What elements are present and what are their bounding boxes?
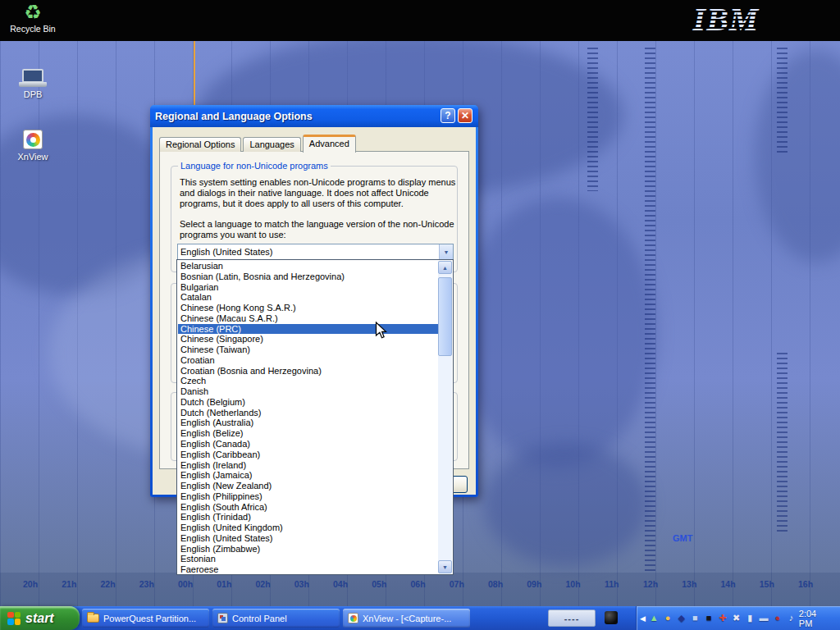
tray-icon-7[interactable]: ✖ [730, 612, 742, 624]
language-option[interactable]: Belarusian [178, 261, 438, 272]
start-label: start [25, 611, 54, 626]
language-option[interactable]: Chinese (Taiwan) [178, 345, 438, 355]
language-option[interactable]: English (Belize) [178, 428, 438, 439]
tray-icon-8[interactable]: ▮ [744, 612, 756, 624]
hour-label: 03h [288, 579, 316, 589]
taskbar-button-label: Control Panel [232, 614, 287, 623]
combobox-dropdown-button[interactable]: ▼ [439, 244, 453, 259]
gmt-label: GMT [673, 533, 692, 543]
tray-icon-3[interactable]: ◆ [675, 612, 687, 624]
map-hatch-band [777, 353, 788, 533]
language-option[interactable]: Croatian (Bosnia and Herzegovina) [178, 366, 438, 377]
language-option[interactable]: English (Ireland) [178, 460, 438, 471]
language-option[interactable]: English (Australia) [178, 418, 438, 428]
arrow-up-icon: ▲ [442, 265, 448, 271]
hour-label: 12h [637, 579, 664, 589]
chevron-down-icon: ▼ [444, 249, 450, 255]
scroll-down-button[interactable]: ▼ [438, 560, 452, 573]
hour-label: 08h [482, 579, 509, 589]
xnview-icon [348, 613, 358, 623]
xnview-icon [23, 130, 43, 149]
language-option[interactable]: Danish [178, 386, 438, 397]
map-landmass [484, 443, 648, 566]
language-option[interactable]: Estonian [178, 554, 438, 564]
close-button[interactable]: ✕ [458, 108, 472, 123]
tray-icon-9[interactable]: ▬ [758, 612, 770, 624]
hour-label: 21h [55, 579, 83, 589]
language-option[interactable]: English (United Kingdom) [178, 523, 438, 533]
tray-collapse-chevron-icon[interactable]: ◀ [640, 614, 646, 623]
mouse-cursor [375, 322, 387, 340]
language-option[interactable]: English (Canada) [178, 439, 438, 450]
tab-languages[interactable]: Languages [243, 137, 300, 152]
tab-advanced[interactable]: Advanced [303, 135, 356, 153]
non-unicode-instruction: Select a language to match the language … [180, 219, 457, 240]
tray-icon-4[interactable]: ■ [689, 612, 701, 624]
system-tray: ◀ ▲●◆■■✚✖▮▬●♪ 2:04 PM [636, 606, 840, 630]
tab-regional-options[interactable]: Regional Options [159, 137, 241, 152]
language-option[interactable]: Chinese (Macau S.A.R.) [178, 313, 438, 324]
hour-label: 05h [365, 579, 393, 589]
windows-flag-icon [7, 612, 21, 625]
hour-label: 22h [94, 579, 122, 589]
hour-label: 16h [792, 579, 819, 589]
tray-icon-1[interactable]: ▲ [648, 612, 660, 624]
dialog-titlebar[interactable]: Regional and Language Options ? ✕ [150, 105, 478, 127]
language-option[interactable]: English (Caribbean) [178, 450, 438, 460]
tray-icon-5[interactable]: ■ [703, 612, 715, 624]
recycle-bin-icon: ♻ [8, 2, 57, 23]
language-option[interactable]: English (New Zealand) [178, 481, 438, 491]
desktop-icon-xnview[interactable]: XnView [7, 130, 59, 162]
start-button[interactable]: start [0, 606, 80, 630]
tray-icon-2[interactable]: ● [662, 612, 674, 624]
taskbar-button-control-panel[interactable]: Control Panel [212, 609, 340, 628]
language-option[interactable]: Chinese (PRC) [178, 324, 438, 335]
language-option[interactable]: English (Zimbabwe) [178, 544, 438, 555]
language-option[interactable]: Czech [178, 376, 438, 386]
language-option[interactable]: Bosnian (Latin, Bosnia and Herzegovina) [178, 272, 438, 282]
language-option[interactable]: English (Jamaica) [178, 470, 438, 481]
hour-label: 04h [326, 579, 354, 589]
language-option[interactable]: English (South Africa) [178, 502, 438, 513]
tray-icon-10[interactable]: ● [771, 612, 783, 624]
desktop-icon-dpb[interactable]: DPB [7, 69, 59, 99]
dialog-title: Regional and Language Options [155, 111, 313, 122]
map-hatch-band [777, 48, 788, 154]
map-hatch-band [645, 48, 655, 573]
language-option[interactable]: Croatian [178, 355, 438, 366]
hour-label: 02h [249, 579, 277, 589]
scrollbar-thumb[interactable] [438, 277, 452, 356]
recycle-bin-label: Recycle Bin [8, 24, 57, 34]
language-option[interactable]: Catalan [178, 292, 438, 303]
language-option[interactable]: English (United States) [178, 533, 438, 544]
language-option[interactable]: Bulgarian [178, 282, 438, 293]
tray-icon-11[interactable]: ♪ [785, 612, 797, 624]
taskbar-clock: 2:04 PM [799, 609, 835, 628]
map-landmass [755, 49, 840, 262]
desktop-icon-recycle-bin[interactable]: ♻ Recycle Bin [8, 2, 57, 34]
taskbar-button-powerquest[interactable]: PowerQuest Partition... [82, 609, 209, 628]
hour-label: 23h [133, 579, 161, 589]
hour-label: 01h [210, 579, 238, 589]
dpb-label: DPB [7, 89, 59, 99]
language-option[interactable]: English (Philippines) [178, 491, 438, 502]
language-option[interactable]: Chinese (Singapore) [178, 334, 438, 345]
top-banner: ♻ Recycle Bin IBM [0, 0, 840, 41]
language-option[interactable]: Dutch (Belgium) [178, 397, 438, 408]
help-button[interactable]: ? [441, 108, 455, 123]
taskbar-app-icon[interactable] [605, 611, 618, 624]
taskbar-button-xnview[interactable]: XnView - [<Capture-... [343, 609, 470, 628]
hour-label: 15h [753, 579, 781, 589]
language-option[interactable]: Chinese (Hong Kong S.A.R.) [178, 303, 438, 313]
taskbar-button-label: XnView - [<Capture-... [363, 614, 451, 623]
tray-icon-6[interactable]: ✚ [717, 612, 729, 624]
scroll-up-button[interactable]: ▲ [438, 261, 452, 274]
hour-label: 06h [404, 579, 432, 589]
language-option[interactable]: English (Trinidad) [178, 512, 438, 523]
non-unicode-language-combobox[interactable]: English (United States) ▼ [177, 244, 454, 260]
language-option[interactable]: Faeroese [178, 564, 438, 573]
folder-icon [87, 614, 99, 623]
language-option[interactable]: Dutch (Netherlands) [178, 408, 438, 418]
dropdown-scrollbar[interactable]: ▲ ▼ [438, 261, 452, 573]
taskbar-mini-toolbar[interactable]: ---- [548, 609, 596, 627]
